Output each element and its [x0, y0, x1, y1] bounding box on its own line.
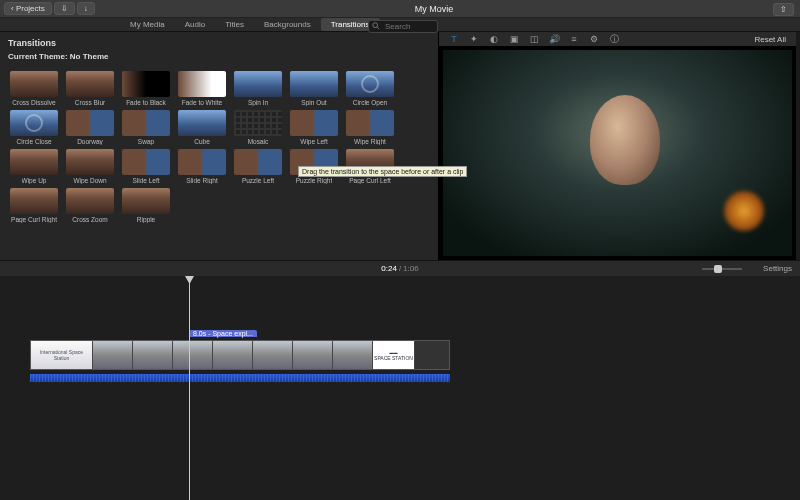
- reset-all-button[interactable]: Reset All: [754, 35, 786, 44]
- clip-segment[interactable]: [213, 341, 253, 369]
- transition-fade-to-black[interactable]: Fade to Black: [120, 71, 172, 106]
- volume-icon[interactable]: 🔊: [549, 34, 559, 44]
- tab-titles[interactable]: Titles: [215, 18, 254, 31]
- info-icon[interactable]: ⓘ: [609, 34, 619, 44]
- transition-label: Cube: [194, 138, 210, 145]
- search-container: [368, 20, 438, 33]
- transition-puzzle-left[interactable]: Puzzle Left: [232, 149, 284, 184]
- theme-label: Current Theme: No Theme: [8, 52, 430, 61]
- transition-thumb: [234, 71, 282, 97]
- transition-label: Puzzle Right: [296, 177, 333, 184]
- transition-wipe-right[interactable]: Wipe Right: [344, 110, 396, 145]
- transition-thumb: [66, 149, 114, 175]
- transition-slide-left[interactable]: Slide Left: [120, 149, 172, 184]
- transition-thumb: [290, 71, 338, 97]
- transition-label: Wipe Right: [354, 138, 386, 145]
- transition-swap[interactable]: Swap: [120, 110, 172, 145]
- time-bar: 0:24 / 1:06 Settings: [0, 260, 800, 276]
- transition-circle-open[interactable]: Circle Open: [344, 71, 396, 106]
- playhead[interactable]: [189, 276, 190, 500]
- timeline-settings-button[interactable]: Settings: [763, 264, 792, 273]
- transition-label: Cross Blur: [75, 99, 105, 106]
- search-icon: [372, 22, 380, 30]
- tab-backgrounds[interactable]: Backgrounds: [254, 18, 321, 31]
- transition-label: Fade to Black: [126, 99, 166, 106]
- transition-label: Page Curl Left: [349, 177, 391, 184]
- gear-icon[interactable]: ⚙: [589, 34, 599, 44]
- transition-label: Cross Zoom: [72, 216, 107, 223]
- import-button[interactable]: ⇩: [54, 2, 75, 15]
- clip-segment[interactable]: [133, 341, 173, 369]
- transition-label: Mosaic: [248, 138, 269, 145]
- clip-outro[interactable]: ▬▬SPACE STATION: [373, 341, 415, 369]
- transition-doorway[interactable]: Doorway: [64, 110, 116, 145]
- zoom-slider[interactable]: [702, 268, 742, 270]
- project-title: My Movie: [95, 4, 773, 14]
- transition-thumb: [122, 71, 170, 97]
- transition-spin-out[interactable]: Spin Out: [288, 71, 340, 106]
- clip-segment[interactable]: [253, 341, 293, 369]
- browser-heading: Transitions: [8, 38, 430, 48]
- transition-ripple[interactable]: Ripple: [120, 188, 172, 223]
- audio-track[interactable]: [30, 374, 450, 382]
- transitions-grid: Cross DissolveCross BlurFade to BlackFad…: [8, 71, 430, 223]
- transition-wipe-down[interactable]: Wipe Down: [64, 149, 116, 184]
- titlebar: ‹ Projects ⇩ ↓ My Movie ⇧: [0, 0, 800, 18]
- transition-cross-blur[interactable]: Cross Blur: [64, 71, 116, 106]
- clip-intro[interactable]: International Space Station: [31, 341, 93, 369]
- clip-segment[interactable]: [333, 341, 373, 369]
- overlay-icon[interactable]: ◫: [529, 34, 539, 44]
- transition-spin-in[interactable]: Spin In: [232, 71, 284, 106]
- transition-label: Page Curl Right: [11, 216, 57, 223]
- transition-label: Wipe Up: [22, 177, 47, 184]
- tab-audio[interactable]: Audio: [175, 18, 215, 31]
- transition-thumb: [122, 149, 170, 175]
- titles-tool-icon[interactable]: T: [449, 34, 459, 44]
- time-current: 0:24: [381, 264, 397, 273]
- transition-fade-to-white[interactable]: Fade to White: [176, 71, 228, 106]
- crop-icon[interactable]: ▣: [509, 34, 519, 44]
- color-icon[interactable]: ◐: [489, 34, 499, 44]
- back-button[interactable]: ‹ Projects: [4, 2, 52, 15]
- add-button[interactable]: ↓: [77, 2, 95, 15]
- transition-thumb: [10, 149, 58, 175]
- transition-cross-zoom[interactable]: Cross Zoom: [64, 188, 116, 223]
- transition-circle-close[interactable]: Circle Close: [8, 110, 60, 145]
- video-preview[interactable]: [443, 50, 792, 256]
- clip-segment[interactable]: [173, 341, 213, 369]
- transition-thumb: [122, 110, 170, 136]
- share-button[interactable]: ⇧: [773, 3, 794, 16]
- wand-icon[interactable]: ✦: [469, 34, 479, 44]
- transition-label: Ripple: [137, 216, 155, 223]
- transition-label: Puzzle Left: [242, 177, 274, 184]
- transition-cube[interactable]: Cube: [176, 110, 228, 145]
- transition-label: Doorway: [77, 138, 103, 145]
- svg-line-1: [377, 27, 379, 29]
- transition-thumb: [178, 71, 226, 97]
- transition-thumb: [290, 110, 338, 136]
- transition-page-curl-right[interactable]: Page Curl Right: [8, 188, 60, 223]
- transition-mosaic[interactable]: Mosaic: [232, 110, 284, 145]
- video-clip-row[interactable]: International Space Station ▬▬SPACE STAT…: [30, 340, 450, 370]
- transition-thumb: [66, 188, 114, 214]
- preview-toolbar: T ✦ ◐ ▣ ◫ 🔊 ≡ ⚙ ⓘ Reset All: [439, 32, 796, 46]
- clip-segment[interactable]: [293, 341, 333, 369]
- transition-label: Spin In: [248, 99, 268, 106]
- clip-segment[interactable]: [93, 341, 133, 369]
- transition-cross-dissolve[interactable]: Cross Dissolve: [8, 71, 60, 106]
- transition-label: Slide Right: [186, 177, 217, 184]
- transitions-browser: Transitions Current Theme: No Theme Cros…: [0, 32, 438, 260]
- tab-my-media[interactable]: My Media: [120, 18, 175, 31]
- svg-point-0: [373, 23, 378, 28]
- timeline[interactable]: 8.0s - Space expl... International Space…: [0, 276, 800, 500]
- transition-thumb: [10, 188, 58, 214]
- transition-wipe-left[interactable]: Wipe Left: [288, 110, 340, 145]
- transition-label: Cross Dissolve: [12, 99, 55, 106]
- transition-thumb: [66, 110, 114, 136]
- transition-slide-right[interactable]: Slide Right: [176, 149, 228, 184]
- time-sep: /: [399, 264, 401, 273]
- transition-thumb: [346, 71, 394, 97]
- transition-wipe-up[interactable]: Wipe Up: [8, 149, 60, 184]
- transition-thumb: [178, 149, 226, 175]
- eq-icon[interactable]: ≡: [569, 34, 579, 44]
